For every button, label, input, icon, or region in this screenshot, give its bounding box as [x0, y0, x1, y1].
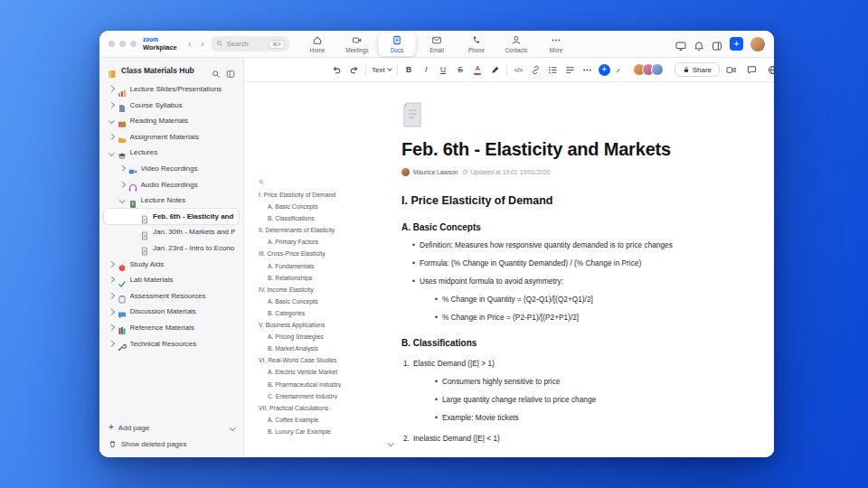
- code-button[interactable]: </>: [513, 64, 524, 76]
- sidebar-item[interactable]: Reference Materials: [104, 320, 239, 335]
- chevron-down-icon[interactable]: [119, 197, 125, 202]
- sidebar-item[interactable]: Lecture Slides/Presentations: [104, 81, 239, 97]
- sidebar-item[interactable]: Lecture Notes: [104, 192, 239, 208]
- sidebar-item[interactable]: Study Aids: [104, 257, 239, 272]
- outline-item[interactable]: V. Business Applications: [259, 323, 398, 329]
- redo-icon[interactable]: [348, 64, 360, 76]
- bulleted-list-button[interactable]: [547, 64, 559, 76]
- collapse-toolbar-icon[interactable]: [616, 69, 619, 72]
- sidebar-item[interactable]: Assessment Resources: [104, 288, 239, 304]
- user-avatar[interactable]: [750, 37, 765, 52]
- doc-block-bullet[interactable]: •% Change in Price = (P2-P1)/[(P2+P1)/2]: [401, 314, 720, 323]
- sidebar-item[interactable]: Discussion Materials: [104, 304, 239, 319]
- strikethrough-button[interactable]: S: [455, 64, 467, 76]
- chevron-down-icon[interactable]: [108, 150, 114, 155]
- chevron-right-icon[interactable]: [108, 261, 114, 267]
- chevron-right-icon[interactable]: [119, 165, 125, 171]
- outline-item[interactable]: B. Pharmaceutical Industry: [259, 382, 398, 389]
- add-page-button[interactable]: + Add page: [108, 423, 234, 432]
- outline-item[interactable]: A. Pricing Strategies: [259, 334, 398, 341]
- tab-more[interactable]: More: [538, 33, 575, 56]
- insert-block-button[interactable]: +: [599, 64, 610, 76]
- doc-content[interactable]: Feb. 6th - Elasticity and Markets Mauric…: [401, 82, 720, 444]
- chevron-right-icon[interactable]: [108, 134, 114, 139]
- chevron-right-icon[interactable]: [108, 309, 114, 314]
- doc-block-h2[interactable]: I. Price Elasticity of Demand: [401, 194, 720, 207]
- sidebar-item[interactable]: Course Syllabus: [104, 98, 239, 113]
- chevron-right-icon[interactable]: [108, 293, 114, 298]
- new-item-button[interactable]: +: [730, 37, 743, 51]
- chevron-right-icon[interactable]: [108, 86, 114, 91]
- doc-block-bullet[interactable]: •% Change in Quantity = (Q2-Q1)/[(Q2+Q1)…: [401, 296, 720, 305]
- sidebar-item[interactable]: Lectures: [104, 145, 239, 160]
- outline-item[interactable]: C. Entertainment Industry: [259, 394, 398, 400]
- minimize-window-button[interactable]: [119, 41, 126, 47]
- doc-block-bullet[interactable]: •Formula: (% Change in Quantity Demanded…: [401, 259, 720, 268]
- tab-home[interactable]: Home: [299, 33, 336, 56]
- doc-title[interactable]: Feb. 6th - Elasticity and Markets: [401, 139, 720, 160]
- video-camera-icon[interactable]: [725, 64, 737, 76]
- back-button[interactable]: ‹: [184, 38, 196, 51]
- collapse-sidebar-icon[interactable]: [226, 66, 235, 75]
- doc-block-bullet[interactable]: •Large quantity change relative to price…: [401, 396, 720, 405]
- sidebar-item[interactable]: Assignment Materials: [104, 129, 239, 145]
- outline-item[interactable]: A. Coffee Example: [259, 418, 398, 424]
- sidebar-item[interactable]: Feb. 6th - Elasticity and M...: [104, 209, 239, 224]
- sidebar-search-icon[interactable]: [212, 66, 221, 75]
- outline-item[interactable]: III. Cross-Price Elasticity: [259, 251, 398, 258]
- doc-block-h3[interactable]: A. Basic Concepts: [401, 222, 720, 232]
- tab-contacts[interactable]: Contacts: [498, 33, 535, 56]
- outline-item[interactable]: VII. Practical Calculations: [259, 406, 398, 412]
- show-deleted-pages-button[interactable]: Show deleted pages: [108, 440, 234, 448]
- tab-email[interactable]: Email: [419, 33, 456, 56]
- close-window-button[interactable]: [108, 41, 115, 47]
- doc-block-bullet[interactable]: •Uses midpoint formula to avoid asymmetr…: [401, 277, 720, 286]
- chevron-down-icon[interactable]: [230, 425, 235, 430]
- tab-phone[interactable]: Phone: [458, 33, 495, 56]
- chevron-right-icon[interactable]: [108, 324, 114, 330]
- doc-block-number[interactable]: 1.Elastic Demand (|E| > 1): [401, 360, 720, 369]
- outline-item[interactable]: A. Electric Vehicle Market: [259, 370, 398, 376]
- outline-item[interactable]: B. Classifications: [259, 216, 398, 222]
- doc-block-h3[interactable]: B. Classifications: [401, 338, 720, 348]
- notifications-bell-icon[interactable]: [693, 39, 704, 50]
- collapse-outline-icon[interactable]: «: [259, 176, 398, 186]
- doc-body[interactable]: I. Price Elasticity of DemandA. Basic Co…: [401, 194, 720, 444]
- sidebar-item[interactable]: Audio Recordings: [104, 177, 239, 192]
- sidebar-item[interactable]: Technical Resources: [104, 336, 239, 352]
- underline-button[interactable]: U: [438, 64, 449, 76]
- outline-item[interactable]: I. Price Elasticity of Demand: [259, 192, 398, 199]
- text-style-dropdown[interactable]: Text: [372, 66, 392, 74]
- outline-scroll-more[interactable]: [259, 441, 398, 446]
- collaborator-avatar[interactable]: [651, 63, 664, 76]
- bold-button[interactable]: B: [403, 64, 415, 76]
- font-color-button[interactable]: A: [472, 64, 484, 76]
- chevron-right-icon[interactable]: [108, 102, 114, 108]
- outline-item[interactable]: B. Luxury Car Example: [259, 429, 398, 436]
- outline-item[interactable]: A. Fundamentals: [259, 264, 398, 270]
- align-button[interactable]: [564, 64, 576, 76]
- language-globe-icon[interactable]: [767, 64, 774, 76]
- sidebar-item[interactable]: Lab Materials: [104, 272, 239, 287]
- sidebar-item[interactable]: Reading Materials: [104, 113, 239, 128]
- outline-item[interactable]: VI. Real-World Case Studies: [259, 358, 398, 364]
- outline-item[interactable]: A. Basic Concepts: [259, 204, 398, 211]
- sidebar-item[interactable]: Video Recordings: [104, 161, 239, 176]
- chevron-right-icon[interactable]: [108, 277, 114, 282]
- chevron-down-icon[interactable]: [108, 118, 114, 124]
- outline-item[interactable]: B. Categories: [259, 311, 398, 317]
- sidebar-item[interactable]: Jan. 23rd - Intro to Econo...: [104, 240, 239, 256]
- maximize-window-button[interactable]: [130, 41, 137, 47]
- outline-item[interactable]: A. Primary Factors: [259, 239, 398, 246]
- chevron-right-icon[interactable]: [108, 341, 114, 346]
- doc-block-bullet[interactable]: •Example: Movie tickets: [401, 414, 720, 423]
- doc-block-bullet[interactable]: •Definition: Measures how responsive qua…: [401, 241, 720, 250]
- global-search-input[interactable]: Search ⌘F: [212, 36, 289, 52]
- italic-button[interactable]: I: [420, 64, 432, 76]
- sidebar-item[interactable]: Jan. 30th - Markets and P...: [104, 224, 239, 239]
- outline-item[interactable]: B. Market Analysis: [259, 346, 398, 352]
- devices-icon[interactable]: [675, 39, 686, 50]
- tab-docs[interactable]: Docs: [379, 33, 416, 56]
- side-panel-icon[interactable]: [712, 39, 722, 50]
- tab-meetings[interactable]: Meetings: [339, 33, 376, 56]
